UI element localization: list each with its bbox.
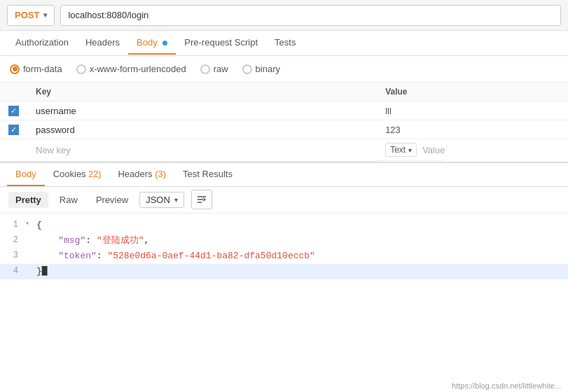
- tab-tests[interactable]: Tests: [266, 31, 304, 55]
- res-tab-body[interactable]: Body: [7, 163, 45, 186]
- row1-checkbox[interactable]: [8, 106, 19, 116]
- tab-pre-request-script[interactable]: Pre-request Script: [176, 31, 266, 55]
- table-row: password 123: [0, 120, 568, 139]
- format-pretty[interactable]: Pretty: [8, 192, 48, 208]
- type-dropdown-arrow: ▾: [408, 146, 412, 154]
- row2-key: password: [36, 125, 75, 135]
- res-tab-headers[interactable]: Headers (3): [109, 163, 174, 186]
- status-url: https://blog.csdn.net/littlewhite...: [452, 382, 561, 390]
- url-input[interactable]: [60, 5, 561, 26]
- col-key: Key: [27, 83, 377, 102]
- new-key-row: New key Text ▾ Value: [0, 139, 568, 162]
- wrap-icon: [196, 194, 207, 205]
- table-row: username lll: [0, 102, 568, 120]
- status-bar: https://blog.csdn.net/littlewhite...: [445, 379, 568, 392]
- radio-binary-circle: [242, 64, 252, 74]
- new-key-input[interactable]: New key: [36, 145, 71, 155]
- method-dropdown[interactable]: POST ▾: [7, 5, 55, 26]
- row2-value: 123: [385, 125, 401, 135]
- radio-form-data[interactable]: form-data: [10, 64, 62, 74]
- row1-value: lll: [385, 106, 392, 116]
- code-line-4: 4 }█: [0, 264, 568, 279]
- radio-raw-circle: [200, 64, 210, 74]
- body-dot: [162, 41, 167, 46]
- code-line-2: 2 "msg": "登陆成功",: [0, 233, 568, 248]
- format-bar: Pretty Raw Preview JSON ▾: [0, 187, 568, 214]
- format-type-arrow: ▾: [174, 196, 178, 204]
- code-line-1: 1 ▾ {: [0, 218, 568, 233]
- col-check: [0, 83, 27, 102]
- method-label: POST: [15, 10, 39, 20]
- method-chevron: ▾: [43, 11, 47, 19]
- row1-key: username: [36, 106, 76, 116]
- res-tab-cookies[interactable]: Cookies 22): [45, 163, 110, 186]
- tab-body[interactable]: Body: [128, 31, 176, 55]
- body-type-row: form-data x-www-form-urlencoded raw bina…: [0, 56, 568, 83]
- radio-urlencoded-circle: [76, 64, 86, 74]
- code-view: 1 ▾ { 2 "msg": "登陆成功", 3 "token": "528e0…: [0, 214, 568, 284]
- radio-urlencoded[interactable]: x-www-form-urlencoded: [76, 64, 186, 74]
- top-bar: POST ▾: [0, 0, 568, 31]
- form-data-table: Key Value username lll password 123 New …: [0, 83, 568, 162]
- format-raw[interactable]: Raw: [53, 192, 85, 208]
- tab-authorization[interactable]: Authorization: [7, 31, 77, 55]
- response-tabs: Body Cookies 22) Headers (3) Test Result…: [0, 162, 568, 187]
- tab-headers[interactable]: Headers: [77, 31, 128, 55]
- toggle-1[interactable]: ▾: [25, 218, 36, 230]
- wrap-button[interactable]: [191, 190, 212, 209]
- radio-form-data-circle: [10, 64, 20, 74]
- code-line-3: 3 "token": "528e0d6a-0aef-44d1-ba82-dfa5…: [0, 248, 568, 264]
- radio-raw[interactable]: raw: [200, 64, 228, 74]
- type-dropdown[interactable]: Text ▾: [385, 143, 417, 157]
- request-tabs: Authorization Headers Body Pre-request S…: [0, 31, 568, 56]
- new-value-input[interactable]: Value: [422, 145, 445, 155]
- radio-binary[interactable]: binary: [242, 64, 280, 74]
- format-preview[interactable]: Preview: [89, 192, 135, 208]
- format-type-dropdown[interactable]: JSON ▾: [139, 192, 184, 208]
- res-tab-test-results[interactable]: Test Results: [174, 163, 241, 186]
- row2-checkbox[interactable]: [8, 125, 19, 135]
- col-value: Value: [377, 83, 568, 102]
